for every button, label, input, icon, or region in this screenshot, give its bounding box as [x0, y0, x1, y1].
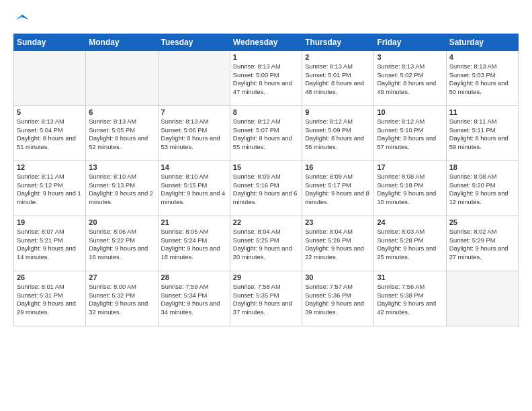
logo-bird-icon — [15, 12, 30, 27]
cell-text: Sunrise: 8:00 AMSunset: 5:32 PMDaylight:… — [89, 283, 154, 316]
cell-text: Sunrise: 8:12 AMSunset: 5:07 PMDaylight:… — [233, 118, 299, 151]
calendar-cell: 15Sunrise: 8:09 AMSunset: 5:16 PMDayligh… — [230, 161, 302, 216]
calendar-week-row: 5Sunrise: 8:13 AMSunset: 5:04 PMDaylight… — [14, 106, 519, 161]
calendar-cell — [158, 51, 230, 106]
cell-text: Sunrise: 8:04 AMSunset: 5:26 PMDaylight:… — [305, 228, 371, 261]
day-number: 9 — [305, 108, 371, 116]
day-number: 3 — [377, 53, 443, 61]
day-number: 25 — [449, 218, 515, 226]
calendar-cell: 22Sunrise: 8:04 AMSunset: 5:25 PMDayligh… — [230, 216, 302, 271]
day-number: 4 — [449, 53, 515, 61]
calendar-cell: 25Sunrise: 8:02 AMSunset: 5:29 PMDayligh… — [446, 216, 518, 271]
day-number: 5 — [17, 108, 83, 116]
day-number: 6 — [89, 108, 154, 116]
calendar-cell: 9Sunrise: 8:12 AMSunset: 5:09 PMDaylight… — [302, 106, 374, 161]
day-number: 22 — [233, 218, 299, 226]
day-number: 18 — [449, 163, 515, 171]
cell-text: Sunrise: 8:03 AMSunset: 5:28 PMDaylight:… — [377, 228, 443, 261]
calendar-cell: 3Sunrise: 8:13 AMSunset: 5:02 PMDaylight… — [374, 51, 446, 106]
weekday-header-cell: Wednesday — [230, 34, 302, 51]
cell-text: Sunrise: 8:13 AMSunset: 5:02 PMDaylight:… — [377, 62, 443, 96]
day-number: 27 — [89, 273, 154, 281]
calendar-week-row: 1Sunrise: 8:13 AMSunset: 5:00 PMDaylight… — [14, 51, 519, 106]
day-number: 21 — [161, 218, 227, 226]
cell-text: Sunrise: 8:11 AMSunset: 5:11 PMDaylight:… — [449, 118, 515, 151]
calendar-cell: 20Sunrise: 8:06 AMSunset: 5:22 PMDayligh… — [86, 216, 158, 271]
day-number: 19 — [17, 218, 83, 226]
weekday-header-cell: Tuesday — [158, 34, 230, 51]
cell-text: Sunrise: 8:09 AMSunset: 5:17 PMDaylight:… — [305, 173, 371, 206]
day-number: 20 — [89, 218, 154, 226]
day-number: 26 — [17, 273, 83, 281]
calendar-week-row: 12Sunrise: 8:11 AMSunset: 5:12 PMDayligh… — [14, 161, 519, 216]
calendar-cell: 18Sunrise: 8:08 AMSunset: 5:20 PMDayligh… — [446, 161, 518, 216]
cell-text: Sunrise: 8:08 AMSunset: 5:18 PMDaylight:… — [377, 173, 443, 206]
calendar-cell: 16Sunrise: 8:09 AMSunset: 5:17 PMDayligh… — [302, 161, 374, 216]
day-number: 31 — [377, 273, 443, 281]
page: SundayMondayTuesdayWednesdayThursdayFrid… — [0, 0, 532, 411]
calendar-cell: 30Sunrise: 7:57 AMSunset: 5:36 PMDayligh… — [302, 271, 374, 326]
day-number: 11 — [449, 108, 515, 116]
calendar-cell: 21Sunrise: 8:05 AMSunset: 5:24 PMDayligh… — [158, 216, 230, 271]
calendar-week-row: 19Sunrise: 8:07 AMSunset: 5:21 PMDayligh… — [14, 216, 519, 271]
day-number: 24 — [377, 218, 443, 226]
day-number: 8 — [233, 108, 299, 116]
cell-text: Sunrise: 8:04 AMSunset: 5:25 PMDaylight:… — [233, 228, 299, 261]
weekday-header-cell: Thursday — [302, 34, 374, 51]
calendar-cell: 24Sunrise: 8:03 AMSunset: 5:28 PMDayligh… — [374, 216, 446, 271]
calendar-cell: 27Sunrise: 8:00 AMSunset: 5:32 PMDayligh… — [86, 271, 158, 326]
weekday-header-cell: Monday — [86, 34, 158, 51]
cell-text: Sunrise: 8:10 AMSunset: 5:13 PMDaylight:… — [89, 173, 154, 206]
calendar-cell: 12Sunrise: 8:11 AMSunset: 5:12 PMDayligh… — [14, 161, 86, 216]
logo — [13, 12, 30, 27]
calendar-cell: 14Sunrise: 8:10 AMSunset: 5:15 PMDayligh… — [158, 161, 230, 216]
cell-text: Sunrise: 8:07 AMSunset: 5:21 PMDaylight:… — [17, 228, 83, 261]
cell-text: Sunrise: 8:13 AMSunset: 5:05 PMDaylight:… — [89, 118, 154, 151]
calendar-cell: 7Sunrise: 8:13 AMSunset: 5:06 PMDaylight… — [158, 106, 230, 161]
calendar-cell: 28Sunrise: 7:59 AMSunset: 5:34 PMDayligh… — [158, 271, 230, 326]
day-number: 16 — [305, 163, 371, 171]
calendar-cell: 8Sunrise: 8:12 AMSunset: 5:07 PMDaylight… — [230, 106, 302, 161]
day-number: 15 — [233, 163, 299, 171]
day-number: 2 — [305, 53, 371, 61]
calendar-cell: 5Sunrise: 8:13 AMSunset: 5:04 PMDaylight… — [14, 106, 86, 161]
calendar-cell: 4Sunrise: 8:13 AMSunset: 5:03 PMDaylight… — [446, 51, 518, 106]
calendar-cell — [86, 51, 158, 106]
weekday-header-cell: Sunday — [14, 34, 86, 51]
calendar-cell: 29Sunrise: 7:58 AMSunset: 5:35 PMDayligh… — [230, 271, 302, 326]
calendar-cell: 11Sunrise: 8:11 AMSunset: 5:11 PMDayligh… — [446, 106, 518, 161]
calendar-cell: 26Sunrise: 8:01 AMSunset: 5:31 PMDayligh… — [14, 271, 86, 326]
day-number: 23 — [305, 218, 371, 226]
calendar-cell: 1Sunrise: 8:13 AMSunset: 5:00 PMDaylight… — [230, 51, 302, 106]
cell-text: Sunrise: 8:10 AMSunset: 5:15 PMDaylight:… — [161, 173, 227, 206]
day-number: 7 — [161, 108, 227, 116]
weekday-header-cell: Saturday — [446, 34, 518, 51]
calendar-cell: 17Sunrise: 8:08 AMSunset: 5:18 PMDayligh… — [374, 161, 446, 216]
day-number: 17 — [377, 163, 443, 171]
cell-text: Sunrise: 8:13 AMSunset: 5:06 PMDaylight:… — [161, 118, 227, 151]
cell-text: Sunrise: 8:12 AMSunset: 5:10 PMDaylight:… — [377, 118, 443, 151]
cell-text: Sunrise: 8:02 AMSunset: 5:29 PMDaylight:… — [449, 228, 515, 261]
calendar-cell — [446, 271, 518, 326]
calendar-cell: 6Sunrise: 8:13 AMSunset: 5:05 PMDaylight… — [86, 106, 158, 161]
day-number: 13 — [89, 163, 154, 171]
calendar-cell — [14, 51, 86, 106]
cell-text: Sunrise: 7:59 AMSunset: 5:34 PMDaylight:… — [161, 283, 227, 316]
day-number: 28 — [161, 273, 227, 281]
cell-text: Sunrise: 7:56 AMSunset: 5:38 PMDaylight:… — [377, 283, 443, 316]
day-number: 1 — [233, 53, 299, 61]
calendar-cell: 31Sunrise: 7:56 AMSunset: 5:38 PMDayligh… — [374, 271, 446, 326]
day-number: 10 — [377, 108, 443, 116]
weekday-header-cell: Friday — [374, 34, 446, 51]
cell-text: Sunrise: 8:09 AMSunset: 5:16 PMDaylight:… — [233, 173, 299, 206]
calendar-body: 1Sunrise: 8:13 AMSunset: 5:00 PMDaylight… — [14, 51, 519, 326]
cell-text: Sunrise: 8:12 AMSunset: 5:09 PMDaylight:… — [305, 118, 371, 151]
header — [13, 12, 519, 27]
cell-text: Sunrise: 8:13 AMSunset: 5:00 PMDaylight:… — [233, 62, 299, 96]
calendar: SundayMondayTuesdayWednesdayThursdayFrid… — [13, 34, 519, 326]
cell-text: Sunrise: 8:13 AMSunset: 5:04 PMDaylight:… — [17, 118, 83, 151]
svg-marker-1 — [16, 14, 22, 19]
weekday-header-row: SundayMondayTuesdayWednesdayThursdayFrid… — [14, 34, 519, 51]
day-number: 12 — [17, 163, 83, 171]
cell-text: Sunrise: 8:08 AMSunset: 5:20 PMDaylight:… — [449, 173, 515, 206]
